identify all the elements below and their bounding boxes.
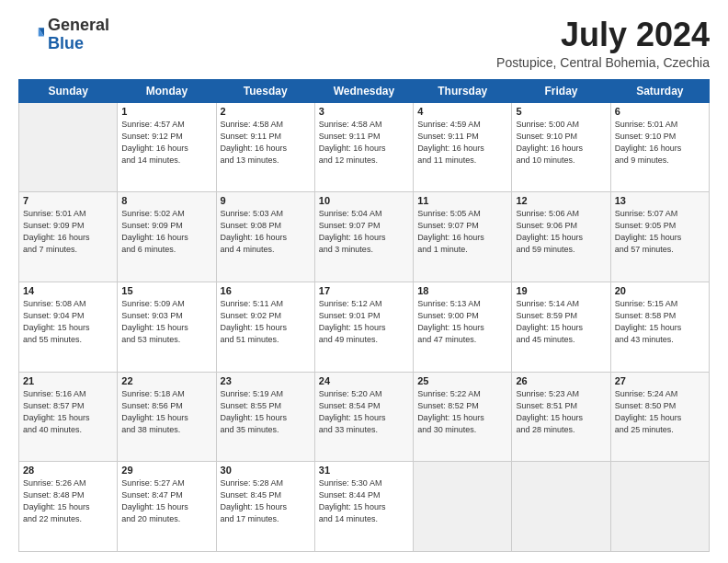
calendar-cell: 31Sunrise: 5:30 AMSunset: 8:44 PMDayligh… <box>314 462 413 552</box>
day-info: Sunrise: 5:08 AMSunset: 9:04 PMDaylight:… <box>23 298 113 346</box>
calendar-week-1: 1Sunrise: 4:57 AMSunset: 9:12 PMDaylight… <box>19 102 710 192</box>
location-title: Postupice, Central Bohemia, Czechia <box>496 55 710 70</box>
col-saturday: Saturday <box>610 79 709 102</box>
calendar-cell: 15Sunrise: 5:09 AMSunset: 9:03 PMDayligh… <box>118 282 216 372</box>
page-header: General Blue July 2024 Postupice, Centra… <box>18 17 710 70</box>
day-number: 28 <box>23 465 113 476</box>
day-number: 31 <box>319 465 409 476</box>
day-number: 23 <box>221 375 311 386</box>
day-info: Sunrise: 5:04 AMSunset: 9:07 PMDaylight:… <box>319 208 409 256</box>
day-info: Sunrise: 5:18 AMSunset: 8:56 PMDaylight:… <box>121 388 211 436</box>
day-info: Sunrise: 5:15 AMSunset: 8:58 PMDaylight:… <box>615 298 705 346</box>
calendar-week-2: 7Sunrise: 5:01 AMSunset: 9:09 PMDaylight… <box>19 192 710 282</box>
calendar-cell: 23Sunrise: 5:19 AMSunset: 8:55 PMDayligh… <box>216 372 314 462</box>
calendar-cell <box>610 462 709 552</box>
day-info: Sunrise: 5:26 AMSunset: 8:48 PMDaylight:… <box>23 477 113 525</box>
calendar-week-5: 28Sunrise: 5:26 AMSunset: 8:48 PMDayligh… <box>19 462 710 552</box>
calendar-cell: 6Sunrise: 5:01 AMSunset: 9:10 PMDaylight… <box>610 102 709 192</box>
calendar-cell: 21Sunrise: 5:16 AMSunset: 8:57 PMDayligh… <box>19 372 118 462</box>
calendar-cell <box>414 462 512 552</box>
day-info: Sunrise: 5:09 AMSunset: 9:03 PMDaylight:… <box>121 298 211 346</box>
day-info: Sunrise: 4:58 AMSunset: 9:11 PMDaylight:… <box>319 119 409 167</box>
col-friday: Friday <box>512 79 610 102</box>
day-info: Sunrise: 5:28 AMSunset: 8:45 PMDaylight:… <box>221 477 311 525</box>
day-info: Sunrise: 5:27 AMSunset: 8:47 PMDaylight:… <box>121 477 211 525</box>
calendar-cell: 18Sunrise: 5:13 AMSunset: 9:00 PMDayligh… <box>414 282 512 372</box>
day-number: 7 <box>23 195 113 206</box>
calendar-table: Sunday Monday Tuesday Wednesday Thursday… <box>18 79 710 552</box>
day-number: 29 <box>121 465 211 476</box>
calendar-cell: 29Sunrise: 5:27 AMSunset: 8:47 PMDayligh… <box>118 462 216 552</box>
calendar-cell: 9Sunrise: 5:03 AMSunset: 9:08 PMDaylight… <box>216 192 314 282</box>
day-number: 14 <box>23 285 113 296</box>
day-number: 20 <box>615 285 705 296</box>
day-number: 12 <box>516 195 606 206</box>
day-number: 24 <box>319 375 409 386</box>
calendar-cell: 10Sunrise: 5:04 AMSunset: 9:07 PMDayligh… <box>314 192 413 282</box>
day-info: Sunrise: 4:57 AMSunset: 9:12 PMDaylight:… <box>121 119 211 167</box>
day-number: 22 <box>121 375 211 386</box>
calendar-cell: 5Sunrise: 5:00 AMSunset: 9:10 PMDaylight… <box>512 102 610 192</box>
calendar-cell <box>512 462 610 552</box>
day-info: Sunrise: 5:30 AMSunset: 8:44 PMDaylight:… <box>319 477 409 525</box>
day-number: 3 <box>319 106 409 117</box>
day-number: 5 <box>516 106 606 117</box>
logo: General Blue <box>18 17 109 53</box>
day-number: 18 <box>417 285 507 296</box>
calendar-cell: 26Sunrise: 5:23 AMSunset: 8:51 PMDayligh… <box>512 372 610 462</box>
day-info: Sunrise: 4:59 AMSunset: 9:11 PMDaylight:… <box>417 119 507 167</box>
day-info: Sunrise: 5:24 AMSunset: 8:50 PMDaylight:… <box>615 388 705 436</box>
title-block: July 2024 Postupice, Central Bohemia, Cz… <box>496 17 710 70</box>
day-info: Sunrise: 5:01 AMSunset: 9:09 PMDaylight:… <box>23 208 113 256</box>
calendar-cell <box>19 102 118 192</box>
calendar-week-4: 21Sunrise: 5:16 AMSunset: 8:57 PMDayligh… <box>19 372 710 462</box>
day-number: 4 <box>417 106 507 117</box>
day-number: 30 <box>221 465 311 476</box>
day-number: 27 <box>615 375 705 386</box>
logo-general-text: General <box>48 16 109 34</box>
col-tuesday: Tuesday <box>216 79 314 102</box>
calendar-cell: 14Sunrise: 5:08 AMSunset: 9:04 PMDayligh… <box>19 282 118 372</box>
day-info: Sunrise: 5:02 AMSunset: 9:09 PMDaylight:… <box>121 208 211 256</box>
calendar-cell: 19Sunrise: 5:14 AMSunset: 8:59 PMDayligh… <box>512 282 610 372</box>
day-info: Sunrise: 5:01 AMSunset: 9:10 PMDaylight:… <box>615 119 705 167</box>
day-info: Sunrise: 5:13 AMSunset: 9:00 PMDaylight:… <box>417 298 507 346</box>
day-info: Sunrise: 5:06 AMSunset: 9:06 PMDaylight:… <box>516 208 606 256</box>
calendar-cell: 7Sunrise: 5:01 AMSunset: 9:09 PMDaylight… <box>19 192 118 282</box>
day-info: Sunrise: 5:12 AMSunset: 9:01 PMDaylight:… <box>319 298 409 346</box>
calendar-cell: 27Sunrise: 5:24 AMSunset: 8:50 PMDayligh… <box>610 372 709 462</box>
day-number: 9 <box>221 195 311 206</box>
calendar-week-3: 14Sunrise: 5:08 AMSunset: 9:04 PMDayligh… <box>19 282 710 372</box>
day-info: Sunrise: 5:14 AMSunset: 8:59 PMDaylight:… <box>516 298 606 346</box>
col-wednesday: Wednesday <box>314 79 413 102</box>
calendar-cell: 4Sunrise: 4:59 AMSunset: 9:11 PMDaylight… <box>414 102 512 192</box>
calendar-cell: 3Sunrise: 4:58 AMSunset: 9:11 PMDaylight… <box>314 102 413 192</box>
day-number: 2 <box>221 106 311 117</box>
calendar-cell: 30Sunrise: 5:28 AMSunset: 8:45 PMDayligh… <box>216 462 314 552</box>
calendar-header-row: Sunday Monday Tuesday Wednesday Thursday… <box>19 79 710 102</box>
day-number: 13 <box>615 195 705 206</box>
day-number: 21 <box>23 375 113 386</box>
day-info: Sunrise: 5:22 AMSunset: 8:52 PMDaylight:… <box>417 388 507 436</box>
day-info: Sunrise: 5:19 AMSunset: 8:55 PMDaylight:… <box>221 388 311 436</box>
day-number: 11 <box>417 195 507 206</box>
day-number: 26 <box>516 375 606 386</box>
day-number: 8 <box>121 195 211 206</box>
day-info: Sunrise: 5:07 AMSunset: 9:05 PMDaylight:… <box>615 208 705 256</box>
col-thursday: Thursday <box>414 79 512 102</box>
calendar-cell: 20Sunrise: 5:15 AMSunset: 8:58 PMDayligh… <box>610 282 709 372</box>
calendar-cell: 22Sunrise: 5:18 AMSunset: 8:56 PMDayligh… <box>118 372 216 462</box>
day-number: 16 <box>221 285 311 296</box>
calendar-cell: 17Sunrise: 5:12 AMSunset: 9:01 PMDayligh… <box>314 282 413 372</box>
day-number: 1 <box>121 106 211 117</box>
col-sunday: Sunday <box>19 79 118 102</box>
day-info: Sunrise: 5:05 AMSunset: 9:07 PMDaylight:… <box>417 208 507 256</box>
day-number: 15 <box>121 285 211 296</box>
calendar-cell: 28Sunrise: 5:26 AMSunset: 8:48 PMDayligh… <box>19 462 118 552</box>
calendar-cell: 24Sunrise: 5:20 AMSunset: 8:54 PMDayligh… <box>314 372 413 462</box>
day-info: Sunrise: 4:58 AMSunset: 9:11 PMDaylight:… <box>221 119 311 167</box>
day-info: Sunrise: 5:20 AMSunset: 8:54 PMDaylight:… <box>319 388 409 436</box>
calendar-cell: 13Sunrise: 5:07 AMSunset: 9:05 PMDayligh… <box>610 192 709 282</box>
day-number: 10 <box>319 195 409 206</box>
calendar-cell: 12Sunrise: 5:06 AMSunset: 9:06 PMDayligh… <box>512 192 610 282</box>
